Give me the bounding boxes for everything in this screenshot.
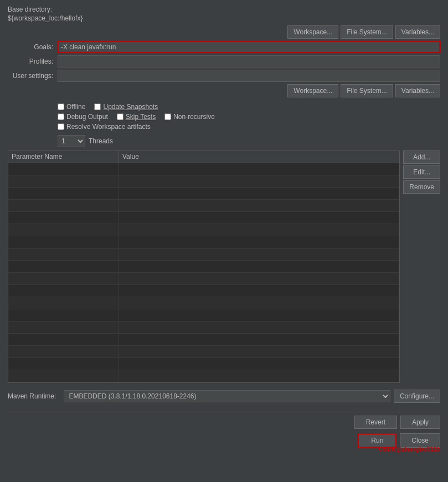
table-cell-value [119,334,399,345]
table-row[interactable] [8,285,399,297]
resolve-workspace-checkbox[interactable] [58,123,64,130]
table-cell-param [8,309,119,321]
table-cell-value [119,285,399,297]
table-row[interactable] [8,370,399,382]
table-row[interactable] [8,248,399,261]
table-cell-value [119,297,399,309]
update-snapshots-checkbox[interactable] [94,103,101,110]
table-row[interactable] [8,358,399,370]
debug-output-checkbox[interactable] [58,113,64,120]
parameter-table: Parameter Name Value [8,151,400,383]
configure-button[interactable]: Configure... [394,390,440,403]
table-actions: Add... Edit... Remove [403,151,440,386]
table-cell-value [119,200,399,211]
base-directory-value: ${workspace_loc:/hellofx} [8,14,440,22]
offline-checkbox-item[interactable]: Offline [58,103,85,111]
table-cell-param [8,370,119,382]
skip-tests-label: Skip Tests [126,113,156,121]
update-snapshots-label: Update Snapshots [103,103,158,111]
table-row[interactable] [8,163,399,175]
table-cell-param [8,322,119,333]
table-cell-param [8,334,119,345]
checkbox-row-2: Debug Output Skip Tests Non-recursive [58,113,440,121]
separator [8,412,440,412]
col-value-header: Value [119,151,399,163]
table-row[interactable] [8,273,399,285]
table-cell-param [8,212,119,224]
table-row[interactable] [8,236,399,248]
table-row[interactable] [8,188,399,200]
maven-runtime-select[interactable]: EMBEDDED (3.8.1/1.18.0.20210618-2246) [64,390,390,402]
resolve-workspace-label: Resolve Workspace artifacts [66,123,151,131]
table-row[interactable] [8,212,399,224]
apply-button[interactable]: Apply [400,416,440,429]
maven-runtime-row: Maven Runtime: EMBEDDED (3.8.1/1.18.0.20… [8,390,440,403]
variables-button-1[interactable]: Variables... [395,25,440,39]
table-cell-param [8,261,119,272]
base-directory-label: Base directory: [8,6,440,13]
table-cell-value [119,346,399,357]
table-cell-param [8,273,119,284]
threads-select[interactable]: 1 2 4 8 [58,135,85,147]
resolve-workspace-checkbox-item[interactable]: Resolve Workspace artifacts [58,123,151,131]
table-cell-param [8,163,119,175]
table-row[interactable] [8,334,399,346]
table-cell-param [8,175,119,187]
run-close-row: Run Close [8,433,440,448]
table-row[interactable] [8,322,399,334]
bottom-buttons: Revert Apply [8,416,440,429]
table-cell-value [119,224,399,236]
table-row[interactable] [8,261,399,273]
workspace-button-2[interactable]: Workspace... [287,84,338,97]
revert-button[interactable]: Revert [354,416,397,429]
profiles-input[interactable] [58,55,440,68]
table-row[interactable] [8,309,399,322]
skip-tests-checkbox[interactable] [117,113,123,120]
profiles-label: Profiles: [8,58,58,65]
edit-button[interactable]: Edit... [403,165,440,179]
table-row[interactable] [8,224,399,236]
non-recursive-checkbox[interactable] [164,113,171,120]
table-row[interactable] [8,175,399,188]
user-settings-row: User settings: [8,70,440,82]
offline-checkbox[interactable] [58,103,64,110]
offline-label: Offline [66,103,85,111]
non-recursive-checkbox-item[interactable]: Non-recursive [164,113,215,121]
add-button[interactable]: Add... [403,151,440,164]
goals-row: Goals: [8,41,440,53]
table-row[interactable] [8,346,399,358]
table-cell-value [119,261,399,272]
skip-tests-checkbox-item[interactable]: Skip Tests [117,113,156,121]
watermark: CSDN@zhangbo0115 [378,445,440,452]
table-cell-param [8,297,119,309]
table-cell-param [8,236,119,248]
file-system-button-1[interactable]: File System... [341,25,393,39]
goals-input[interactable] [58,41,440,53]
table-cell-value [119,175,399,187]
table-cell-param [8,285,119,297]
update-snapshots-checkbox-item[interactable]: Update Snapshots [94,103,158,111]
table-row[interactable] [8,297,399,309]
table-cell-value [119,212,399,224]
checkboxes-area: Offline Update Snapshots Debug Output Sk… [58,103,440,133]
table-wrapper: Parameter Name Value [8,151,400,386]
table-cell-param [8,188,119,199]
table-cell-value [119,370,399,382]
table-cell-value [119,163,399,175]
table-cell-value [119,322,399,333]
debug-output-checkbox-item[interactable]: Debug Output [58,113,108,121]
checkbox-row-3: Resolve Workspace artifacts [58,123,440,131]
table-cell-param [8,248,119,260]
table-cell-param [8,224,119,236]
file-system-button-2[interactable]: File System... [341,84,393,97]
workspace-button-1[interactable]: Workspace... [287,25,338,39]
threads-row: 1 2 4 8 Threads [58,135,440,147]
variables-button-2[interactable]: Variables... [395,84,440,97]
table-row[interactable] [8,200,399,212]
remove-button[interactable]: Remove [403,180,440,194]
parameter-table-section: Parameter Name Value [8,151,440,386]
table-cell-value [119,236,399,248]
user-settings-input[interactable] [58,70,440,82]
table-header: Parameter Name Value [8,151,399,163]
table-cell-param [8,346,119,357]
